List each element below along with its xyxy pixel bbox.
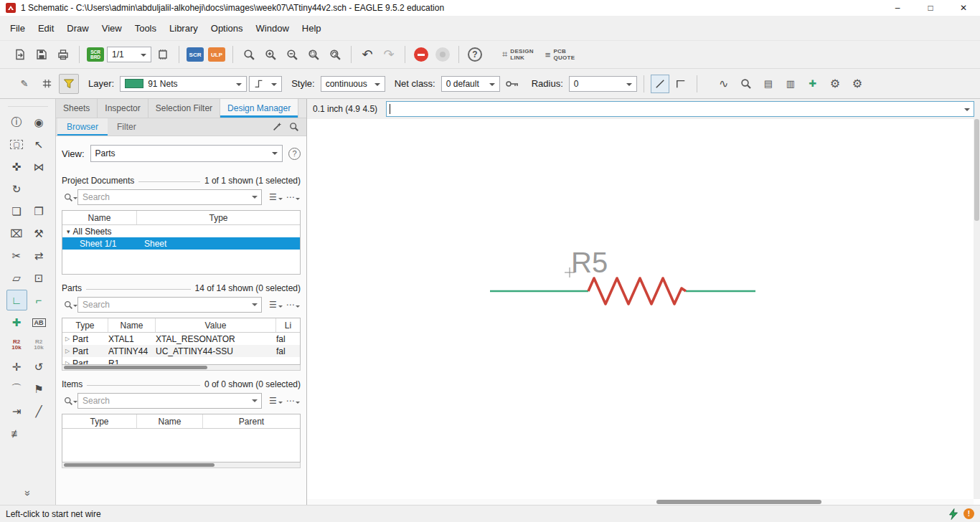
label-tool-button[interactable]: AB xyxy=(29,312,50,333)
grid-button[interactable] xyxy=(37,74,57,94)
preferences-button[interactable]: ⚙ xyxy=(847,74,867,94)
style-select[interactable]: continuous xyxy=(321,76,385,92)
tab-selection-filter[interactable]: Selection Filter xyxy=(149,99,220,118)
save-button[interactable] xyxy=(32,44,52,65)
zoom-in-button[interactable] xyxy=(260,44,281,65)
design-link-button[interactable]: ⌗ DESIGNLINK xyxy=(502,48,534,61)
cut-tool-button[interactable]: ✂ xyxy=(6,245,27,266)
table-row[interactable]: ▷ Part R1 xyxy=(62,357,300,364)
script-button[interactable]: SCR xyxy=(185,44,205,65)
scrollbar-thumb[interactable] xyxy=(64,463,215,467)
tab-design-manager[interactable]: Design Manager xyxy=(220,99,298,118)
undo-button[interactable]: ↶ xyxy=(357,44,377,65)
menu-tools[interactable]: Tools xyxy=(128,23,163,34)
list-view-button[interactable]: ☰ xyxy=(266,189,283,205)
parts-hscrollbar[interactable] xyxy=(62,365,301,371)
resistor-body[interactable] xyxy=(588,278,686,304)
panel-help-button[interactable]: ? xyxy=(288,148,301,160)
split-tool-button[interactable]: ╱ xyxy=(29,401,50,422)
layer-select[interactable]: 91 Nets xyxy=(120,76,247,92)
rotate-tool-button[interactable]: ↻ xyxy=(6,179,27,199)
column-header[interactable]: Name xyxy=(108,318,156,332)
canvas-vscrollbar[interactable] xyxy=(974,119,980,499)
scrollbar-thumb[interactable] xyxy=(974,119,979,221)
wire-bend-select[interactable] xyxy=(249,76,282,92)
menu-draw[interactable]: Draw xyxy=(60,23,95,34)
value-tool-button[interactable]: R2 10k xyxy=(29,334,50,355)
autorouter-lightning-icon[interactable] xyxy=(948,508,959,520)
resistor-r5[interactable]: R5 xyxy=(307,119,980,499)
move-tool-button[interactable]: ✜ xyxy=(6,156,27,177)
bend-style-diagonal-button[interactable] xyxy=(651,75,669,93)
search-scope-button[interactable] xyxy=(62,297,77,313)
layer-settings-button[interactable]: ▥ xyxy=(781,74,801,94)
table-row[interactable]: ▷ Part XTAL1 XTAL_RESONATOR fal xyxy=(62,333,300,345)
expander-icon[interactable]: ▾ xyxy=(67,228,70,235)
highlight-tool-button[interactable] xyxy=(269,120,285,134)
smash-tool-button[interactable]: ✛ xyxy=(6,356,27,377)
scrollbar-thumb[interactable] xyxy=(64,366,207,369)
erc-tool-button[interactable]: ≢ xyxy=(6,423,27,444)
zoom-fit-button[interactable] xyxy=(239,44,259,65)
zoom-select-button[interactable] xyxy=(303,44,324,65)
selection-filter-button[interactable] xyxy=(59,74,79,94)
search-scope-button[interactable] xyxy=(62,189,77,205)
pointer-tool-button[interactable]: ↖ xyxy=(29,134,50,155)
menu-edit[interactable]: Edit xyxy=(32,23,60,34)
net-class-lock-button[interactable] xyxy=(502,74,522,94)
zoom-redraw-button[interactable] xyxy=(325,44,345,65)
select-group-tool-button[interactable]: ▢ xyxy=(6,134,27,155)
add-part-tool-button[interactable]: R2 10k xyxy=(6,334,27,355)
menu-file[interactable]: File xyxy=(4,23,32,34)
search-input[interactable] xyxy=(77,297,262,313)
command-input[interactable] xyxy=(386,101,974,117)
project-documents-search[interactable] xyxy=(77,189,262,205)
column-header[interactable]: Parent xyxy=(203,414,300,428)
column-header[interactable]: Name xyxy=(137,414,203,428)
show-tool-button[interactable]: ◉ xyxy=(29,112,50,133)
pcb-quote-button[interactable]: ≡ PCBQUOTE xyxy=(545,48,575,61)
close-button[interactable]: ✕ xyxy=(947,0,980,16)
view-select[interactable]: Parts xyxy=(90,145,283,162)
schematic-board-switch-button[interactable]: SCRBRD xyxy=(85,44,105,65)
settings-button[interactable]: ⚙ xyxy=(825,74,845,94)
info-tool-button[interactable]: ⓘ xyxy=(6,112,27,133)
add-link-button[interactable]: ✚ xyxy=(803,74,823,94)
replace-tool-button[interactable]: ⊡ xyxy=(29,267,50,288)
sheet-selector[interactable]: 1/1 xyxy=(107,47,151,62)
items-search[interactable] xyxy=(77,393,262,409)
manage-sheets-icon[interactable] xyxy=(153,44,173,65)
items-hscrollbar[interactable] xyxy=(62,462,301,468)
wire-style-button[interactable]: ✎ xyxy=(14,74,34,94)
column-header[interactable]: Value xyxy=(156,318,276,332)
more-options-button[interactable]: ⋯ xyxy=(283,189,301,205)
tab-sheets[interactable]: Sheets xyxy=(56,99,98,118)
subtab-browser[interactable]: Browser xyxy=(57,118,108,136)
stop-button[interactable] xyxy=(411,44,431,65)
mirror-tool-button[interactable]: ⋈ xyxy=(29,156,50,177)
menu-library[interactable]: Library xyxy=(163,23,204,34)
scrollbar-thumb[interactable] xyxy=(656,500,821,504)
print-button[interactable] xyxy=(53,44,73,65)
tree-row-all-sheets[interactable]: ▾ All Sheets xyxy=(62,225,300,237)
more-options-button[interactable]: ⋯ xyxy=(283,297,301,313)
column-header[interactable]: Type xyxy=(62,318,108,332)
more-options-button[interactable]: ⋯ xyxy=(283,393,301,409)
net-tool-button[interactable]: ∟ xyxy=(6,290,27,310)
list-view-button[interactable]: ☰ xyxy=(266,393,283,409)
radius-select[interactable]: 0 xyxy=(569,76,637,92)
ulp-button[interactable]: ULP xyxy=(207,44,227,65)
tree-row-sheet-selected[interactable]: Sheet 1/1 Sheet xyxy=(62,237,300,250)
column-header[interactable]: Name xyxy=(62,211,137,224)
alert-icon[interactable]: ! xyxy=(963,508,974,519)
search-input[interactable] xyxy=(77,189,262,205)
polygon-tool-button[interactable]: ↺ xyxy=(29,356,50,377)
junction-tool-button[interactable]: ✚ xyxy=(6,312,27,333)
delete-tool-button[interactable]: ⌧ xyxy=(6,223,27,244)
miter-tool-button[interactable]: ⌒ xyxy=(6,379,27,399)
zoom-out-button[interactable] xyxy=(282,44,302,65)
table-row[interactable]: ▷ Part ATTINY44 UC_ATTINY44-SSU fal xyxy=(62,345,300,357)
change-tool-button[interactable]: ⚒ xyxy=(29,223,50,244)
part-name-label[interactable]: R5 xyxy=(571,247,608,278)
parts-search[interactable] xyxy=(77,297,262,313)
